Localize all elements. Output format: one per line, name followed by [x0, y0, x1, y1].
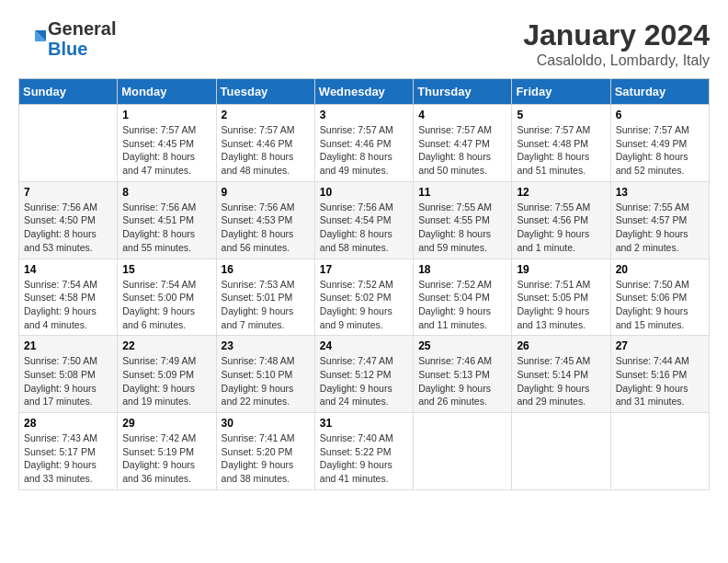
- day-info: Sunrise: 7:43 AMSunset: 5:17 PMDaylight:…: [24, 431, 112, 486]
- day-info: Sunrise: 7:41 AMSunset: 5:20 PMDaylight:…: [222, 431, 310, 486]
- calendar-cell: 30Sunrise: 7:41 AMSunset: 5:20 PMDayligh…: [216, 413, 314, 490]
- day-number: 24: [320, 339, 408, 352]
- day-info: Sunrise: 7:55 AMSunset: 4:57 PMDaylight:…: [616, 201, 704, 255]
- day-info: Sunrise: 7:52 AMSunset: 5:02 PMDaylight:…: [320, 278, 408, 332]
- day-number: 8: [122, 186, 210, 199]
- day-number: 21: [24, 339, 112, 352]
- calendar-cell: 19Sunrise: 7:51 AMSunset: 5:05 PMDayligh…: [512, 259, 610, 336]
- day-info: Sunrise: 7:46 AMSunset: 5:13 PMDaylight:…: [418, 354, 506, 408]
- calendar-cell: 6Sunrise: 7:57 AMSunset: 4:49 PMDaylight…: [610, 105, 709, 182]
- calendar-cell: 24Sunrise: 7:47 AMSunset: 5:12 PMDayligh…: [314, 336, 413, 413]
- day-info: Sunrise: 7:57 AMSunset: 4:49 PMDaylight:…: [616, 123, 704, 178]
- calendar-cell: 31Sunrise: 7:40 AMSunset: 5:22 PMDayligh…: [314, 413, 413, 490]
- page-header: General Blue January 2024 Casaloldo, Lom…: [18, 18, 710, 69]
- day-number: 6: [616, 109, 704, 121]
- calendar-cell: [414, 413, 512, 490]
- day-info: Sunrise: 7:56 AMSunset: 4:51 PMDaylight:…: [122, 201, 210, 255]
- day-info: Sunrise: 7:52 AMSunset: 5:04 PMDaylight:…: [418, 278, 506, 332]
- day-number: 16: [222, 263, 310, 276]
- day-info: Sunrise: 7:51 AMSunset: 5:05 PMDaylight:…: [517, 278, 605, 332]
- calendar-cell: 26Sunrise: 7:45 AMSunset: 5:14 PMDayligh…: [512, 336, 610, 413]
- day-info: Sunrise: 7:54 AMSunset: 5:00 PMDaylight:…: [122, 278, 210, 332]
- weekday-header-saturday: Saturday: [610, 79, 709, 105]
- calendar-cell: 27Sunrise: 7:44 AMSunset: 5:16 PMDayligh…: [610, 336, 709, 413]
- day-info: Sunrise: 7:57 AMSunset: 4:46 PMDaylight:…: [222, 123, 310, 178]
- calendar-cell: 14Sunrise: 7:54 AMSunset: 4:58 PMDayligh…: [19, 259, 118, 336]
- day-info: Sunrise: 7:56 AMSunset: 4:54 PMDaylight:…: [320, 201, 408, 255]
- calendar-cell: 12Sunrise: 7:55 AMSunset: 4:56 PMDayligh…: [512, 181, 610, 259]
- day-info: Sunrise: 7:50 AMSunset: 5:08 PMDaylight:…: [24, 354, 112, 408]
- day-info: Sunrise: 7:49 AMSunset: 5:09 PMDaylight:…: [122, 354, 210, 408]
- calendar-week-row: 14Sunrise: 7:54 AMSunset: 4:58 PMDayligh…: [19, 259, 710, 336]
- calendar-cell: 9Sunrise: 7:56 AMSunset: 4:53 PMDaylight…: [216, 181, 314, 259]
- day-info: Sunrise: 7:50 AMSunset: 5:06 PMDaylight:…: [616, 278, 704, 332]
- calendar-cell: [610, 413, 709, 490]
- day-info: Sunrise: 7:57 AMSunset: 4:48 PMDaylight:…: [517, 123, 605, 178]
- month-title: January 2024: [523, 18, 710, 52]
- day-number: 2: [222, 109, 310, 121]
- day-number: 20: [616, 263, 704, 276]
- title-block: January 2024 Casaloldo, Lombardy, Italy: [523, 18, 710, 69]
- calendar-cell: 13Sunrise: 7:55 AMSunset: 4:57 PMDayligh…: [610, 181, 709, 259]
- calendar-cell: 1Sunrise: 7:57 AMSunset: 4:45 PMDaylight…: [118, 105, 216, 182]
- day-number: 13: [616, 186, 704, 199]
- calendar-cell: 7Sunrise: 7:56 AMSunset: 4:50 PMDaylight…: [19, 181, 118, 259]
- calendar-cell: 3Sunrise: 7:57 AMSunset: 4:46 PMDaylight…: [314, 105, 413, 182]
- calendar-cell: 21Sunrise: 7:50 AMSunset: 5:08 PMDayligh…: [19, 336, 118, 413]
- calendar-week-row: 1Sunrise: 7:57 AMSunset: 4:45 PMDaylight…: [19, 105, 710, 182]
- calendar-cell: 17Sunrise: 7:52 AMSunset: 5:02 PMDayligh…: [314, 259, 413, 336]
- day-info: Sunrise: 7:40 AMSunset: 5:22 PMDaylight:…: [320, 431, 408, 486]
- day-number: 14: [24, 263, 112, 276]
- day-number: 28: [24, 417, 112, 430]
- calendar-cell: 16Sunrise: 7:53 AMSunset: 5:01 PMDayligh…: [216, 259, 314, 336]
- logo-icon: [18, 29, 46, 49]
- calendar-cell: 29Sunrise: 7:42 AMSunset: 5:19 PMDayligh…: [118, 413, 216, 490]
- day-number: 25: [418, 339, 506, 352]
- logo-text-blue: Blue: [48, 39, 116, 59]
- logo: General Blue: [18, 18, 116, 59]
- day-info: Sunrise: 7:57 AMSunset: 4:45 PMDaylight:…: [122, 123, 210, 178]
- day-number: 10: [320, 186, 408, 199]
- calendar-header-row: SundayMondayTuesdayWednesdayThursdayFrid…: [19, 79, 710, 105]
- day-number: 19: [517, 263, 605, 276]
- calendar-cell: 2Sunrise: 7:57 AMSunset: 4:46 PMDaylight…: [216, 105, 314, 182]
- day-number: 17: [320, 263, 408, 276]
- day-number: 31: [320, 417, 408, 430]
- calendar-cell: 20Sunrise: 7:50 AMSunset: 5:06 PMDayligh…: [610, 259, 709, 336]
- day-number: 4: [418, 109, 506, 121]
- weekday-header-friday: Friday: [512, 79, 610, 105]
- day-info: Sunrise: 7:42 AMSunset: 5:19 PMDaylight:…: [122, 431, 210, 486]
- day-info: Sunrise: 7:44 AMSunset: 5:16 PMDaylight:…: [616, 354, 704, 408]
- day-number: 18: [418, 263, 506, 276]
- logo-text-general: General: [48, 18, 116, 39]
- day-info: Sunrise: 7:48 AMSunset: 5:10 PMDaylight:…: [222, 354, 310, 408]
- calendar-cell: 18Sunrise: 7:52 AMSunset: 5:04 PMDayligh…: [414, 259, 512, 336]
- day-info: Sunrise: 7:45 AMSunset: 5:14 PMDaylight:…: [517, 354, 605, 408]
- calendar-cell: 8Sunrise: 7:56 AMSunset: 4:51 PMDaylight…: [118, 181, 216, 259]
- day-number: 1: [122, 109, 210, 121]
- day-info: Sunrise: 7:55 AMSunset: 4:55 PMDaylight:…: [418, 201, 506, 255]
- day-number: 22: [122, 339, 210, 352]
- day-number: 5: [517, 109, 605, 121]
- calendar-cell: 25Sunrise: 7:46 AMSunset: 5:13 PMDayligh…: [414, 336, 512, 413]
- day-number: 23: [222, 339, 310, 352]
- calendar-cell: 4Sunrise: 7:57 AMSunset: 4:47 PMDaylight…: [414, 105, 512, 182]
- day-number: 12: [517, 186, 605, 199]
- weekday-header-monday: Monday: [118, 79, 216, 105]
- calendar-cell: 5Sunrise: 7:57 AMSunset: 4:48 PMDaylight…: [512, 105, 610, 182]
- day-number: 11: [418, 186, 506, 199]
- calendar-week-row: 28Sunrise: 7:43 AMSunset: 5:17 PMDayligh…: [19, 413, 710, 490]
- calendar-cell: [512, 413, 610, 490]
- day-number: 27: [616, 339, 704, 352]
- weekday-header-tuesday: Tuesday: [216, 79, 314, 105]
- day-number: 30: [222, 417, 310, 430]
- day-info: Sunrise: 7:54 AMSunset: 4:58 PMDaylight:…: [24, 278, 112, 332]
- calendar-table: SundayMondayTuesdayWednesdayThursdayFrid…: [18, 78, 710, 490]
- calendar-cell: 10Sunrise: 7:56 AMSunset: 4:54 PMDayligh…: [314, 181, 413, 259]
- day-info: Sunrise: 7:56 AMSunset: 4:53 PMDaylight:…: [222, 201, 310, 255]
- day-number: 7: [24, 186, 112, 199]
- calendar-week-row: 21Sunrise: 7:50 AMSunset: 5:08 PMDayligh…: [19, 336, 710, 413]
- calendar-cell: 15Sunrise: 7:54 AMSunset: 5:00 PMDayligh…: [118, 259, 216, 336]
- day-number: 15: [122, 263, 210, 276]
- day-number: 26: [517, 339, 605, 352]
